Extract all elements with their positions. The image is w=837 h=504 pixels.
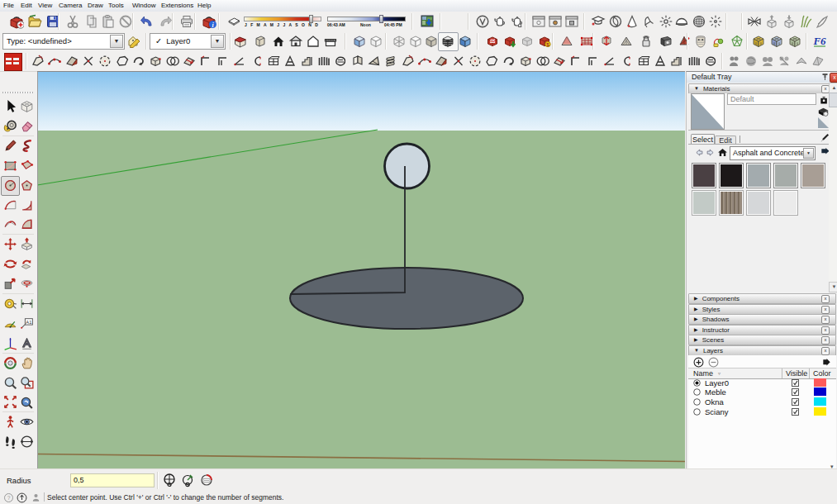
svg-text:?: ? (7, 495, 11, 501)
svg-text:F6: F6 (812, 35, 826, 47)
svg-text:A1: A1 (26, 320, 31, 325)
svg-text:5D: 5D (490, 38, 496, 43)
